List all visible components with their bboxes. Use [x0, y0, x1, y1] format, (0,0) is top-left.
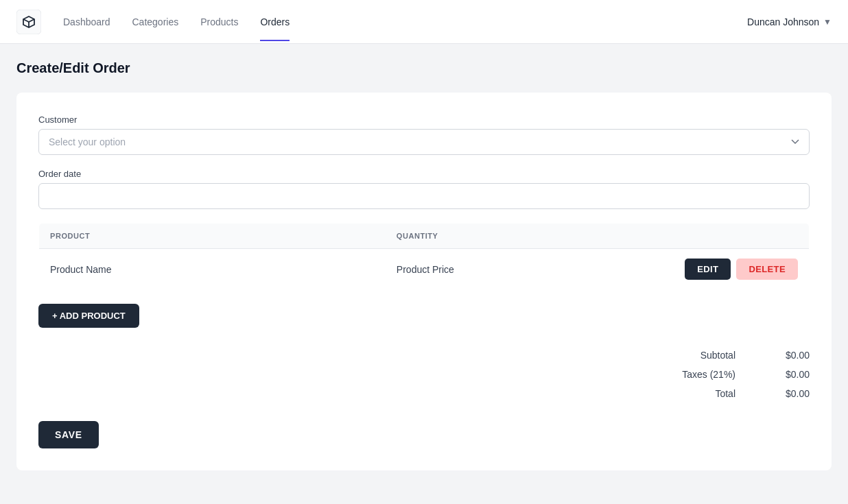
- taxes-label: Taxes (21%): [682, 369, 735, 380]
- table-row: Product Name Product Price EDIT DELETE: [39, 249, 810, 290]
- nav-link-dashboard[interactable]: Dashboard: [63, 3, 110, 41]
- user-menu[interactable]: Duncan Johnson ▼: [747, 16, 832, 27]
- order-date-field-group: Order date: [38, 169, 810, 209]
- customer-label: Customer: [38, 115, 810, 125]
- nav-link-products[interactable]: Products: [200, 3, 238, 41]
- chevron-down-icon: ▼: [823, 17, 832, 27]
- table-cell-product-name: Product Name: [39, 249, 386, 290]
- subtotal-value: $0.00: [768, 350, 810, 361]
- summary-subtotal-row: Subtotal $0.00: [604, 350, 810, 361]
- edit-product-button[interactable]: EDIT: [685, 259, 731, 280]
- nav-link-orders[interactable]: Orders: [260, 3, 290, 41]
- app-logo: [16, 10, 41, 34]
- customer-field-group: Customer Select your option: [38, 115, 810, 155]
- order-form-card: Customer Select your option Order date P…: [16, 93, 832, 470]
- total-value: $0.00: [768, 388, 810, 399]
- col-header-quantity: QUANTITY: [386, 224, 655, 249]
- taxes-value: $0.00: [768, 369, 810, 380]
- order-summary: Subtotal $0.00 Taxes (21%) $0.00 Total $…: [38, 350, 810, 399]
- customer-select[interactable]: Select your option: [38, 129, 810, 155]
- order-date-input[interactable]: [38, 183, 810, 209]
- delete-product-button[interactable]: DELETE: [736, 259, 798, 280]
- nav-link-categories[interactable]: Categories: [132, 3, 179, 41]
- order-date-label: Order date: [38, 169, 810, 179]
- page-wrapper: Create/Edit Order Customer Select your o…: [0, 44, 848, 504]
- save-button[interactable]: SAVE: [38, 421, 99, 448]
- subtotal-label: Subtotal: [700, 350, 735, 361]
- add-product-button[interactable]: + ADD PRODUCT: [38, 304, 139, 328]
- nav-links: Dashboard Categories Products Orders: [63, 3, 747, 41]
- summary-taxes-row: Taxes (21%) $0.00: [604, 369, 810, 380]
- page-title: Create/Edit Order: [16, 60, 832, 76]
- table-header-row: PRODUCT QUANTITY: [39, 224, 810, 249]
- total-label: Total: [715, 388, 735, 399]
- table-cell-actions: EDIT DELETE: [655, 249, 809, 289]
- navbar: Dashboard Categories Products Orders Dun…: [0, 0, 848, 44]
- col-header-actions: [655, 224, 810, 249]
- user-name: Duncan Johnson: [747, 16, 819, 27]
- col-header-product: PRODUCT: [39, 224, 386, 249]
- table-cell-product-price: Product Price: [386, 249, 655, 290]
- summary-total-row: Total $0.00: [604, 388, 810, 399]
- product-table: PRODUCT QUANTITY Product Name Product Pr…: [38, 223, 810, 290]
